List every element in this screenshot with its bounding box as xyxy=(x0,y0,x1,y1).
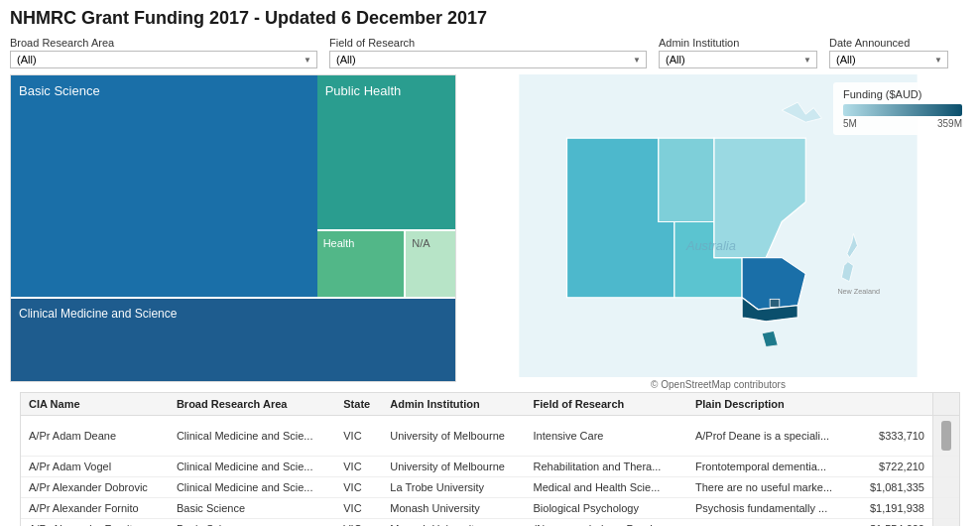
cell-funding: $722,210 xyxy=(855,457,933,477)
cell-funding: $1,554,000 xyxy=(855,519,933,527)
legend-title: Funding ($AUD) xyxy=(843,88,962,100)
col-field: Field of Research xyxy=(526,393,687,416)
cell-field: Biological Psychology xyxy=(526,498,687,519)
map-area: Funding ($AUD) 5M 359M xyxy=(456,74,980,392)
cell-cia-name: A/Pr Alexander Fornito xyxy=(21,498,169,519)
cell-field: (Neuropsychology, Psych... xyxy=(526,519,687,527)
cell-field: Rehabilitation and Thera... xyxy=(526,457,687,477)
date-announced-label: Date Announced xyxy=(829,37,948,49)
broad-research-area-select[interactable]: (All) xyxy=(10,51,317,68)
map-legend: Funding ($AUD) 5M 359M xyxy=(833,82,972,135)
cell-broad-area: Basic Science xyxy=(169,498,335,519)
public-health-label: Public Health xyxy=(325,83,402,98)
cell-description: A/Prof Deane is a speciali... xyxy=(687,416,855,457)
legend-gradient xyxy=(843,104,962,116)
table-body: A/Pr Adam Deane Clinical Medicine and Sc… xyxy=(21,416,959,527)
field-of-research-label: Field of Research xyxy=(329,37,647,49)
broad-research-area-filter: Broad Research Area (All) xyxy=(10,37,317,68)
page-title: NHMRC Grant Funding 2017 - Updated 6 Dec… xyxy=(10,8,970,29)
col-cia-name: CIA Name xyxy=(21,393,169,416)
table-row[interactable]: A/Pr Alexander Dobrovic Clinical Medicin… xyxy=(21,477,959,498)
cell-description: There are no useful marke... xyxy=(687,477,855,498)
cell-cia-name: A/Pr Adam Vogel xyxy=(21,457,169,477)
cell-description: Psychosis fundamentally ... xyxy=(687,498,855,519)
legend-labels: 5M 359M xyxy=(843,118,962,129)
basic-science-label: Basic Science xyxy=(19,83,100,98)
cell-field: Intensive Care xyxy=(526,416,687,457)
date-announced-filter: Date Announced (All) xyxy=(829,37,948,68)
col-institution: Admin Institution xyxy=(382,393,525,416)
page-header: NHMRC Grant Funding 2017 - Updated 6 Dec… xyxy=(0,0,980,33)
admin-institution-select[interactable]: (All) xyxy=(659,51,817,68)
table-row[interactable]: A/Pr Adam Vogel Clinical Medicine and Sc… xyxy=(21,457,959,477)
table-header-row: CIA Name Broad Research Area State Admin… xyxy=(21,393,959,416)
cell-scrollbar xyxy=(933,498,960,519)
cell-state: VIC xyxy=(335,457,382,477)
treemap-na[interactable]: N/A xyxy=(406,231,455,297)
health-label: Health xyxy=(323,237,355,249)
treemap-public-health[interactable]: Public Health xyxy=(317,75,455,231)
cell-institution: Monash University xyxy=(382,519,525,527)
cell-state: VIC xyxy=(335,519,382,527)
cell-field: Medical and Health Scie... xyxy=(526,477,687,498)
clinical-medicine-label: Clinical Medicine and Science xyxy=(19,307,177,321)
cell-institution: University of Melbourne xyxy=(382,457,525,477)
treemap-right-column: Public Health Health N/A xyxy=(317,75,455,297)
broad-research-area-label: Broad Research Area xyxy=(10,37,317,49)
cell-scrollbar xyxy=(933,519,960,527)
map-attribution: © OpenStreetMap contributors xyxy=(456,377,980,392)
col-description: Plain Description xyxy=(687,393,855,416)
treemap-basic-science[interactable]: Basic Science xyxy=(11,75,317,297)
data-table: CIA Name Broad Research Area State Admin… xyxy=(21,393,959,526)
field-of-research-filter: Field of Research (All) xyxy=(329,37,647,68)
date-announced-select[interactable]: (All) xyxy=(829,51,948,68)
cell-funding: $1,081,335 xyxy=(855,477,933,498)
nt-state[interactable] xyxy=(659,138,714,221)
col-state: State xyxy=(335,393,382,416)
cell-funding: $333,710 xyxy=(855,416,933,457)
cell-state: VIC xyxy=(335,498,382,519)
cell-broad-area: Clinical Medicine and Scie... xyxy=(169,416,335,457)
col-broad-area: Broad Research Area xyxy=(169,393,335,416)
col-funding xyxy=(855,393,933,416)
treemap-bottom-row: Clinical Medicine and Science xyxy=(11,297,455,381)
admin-institution-label: Admin Institution xyxy=(659,37,817,49)
cell-funding: $1,191,938 xyxy=(855,498,933,519)
main-content: Basic Science Public Health Health N/A C xyxy=(0,74,980,392)
field-of-research-select[interactable]: (All) xyxy=(329,51,647,68)
data-table-wrapper: CIA Name Broad Research Area State Admin… xyxy=(20,392,960,526)
treemap-health[interactable]: Health xyxy=(317,231,407,297)
table-row[interactable]: A/Pr Alexander Fornito Basic Science VIC… xyxy=(21,498,959,519)
filter-bar: Broad Research Area (All) Field of Resea… xyxy=(0,33,980,74)
cell-institution: La Trobe University xyxy=(382,477,525,498)
cell-scrollbar xyxy=(933,457,960,477)
cell-cia-name: A/Pr Alexander Dobrovic xyxy=(21,477,169,498)
admin-institution-filter: Admin Institution (All) xyxy=(659,37,817,68)
table-row[interactable]: A/Pr Alexander Fornito Basic Science VIC… xyxy=(21,519,959,527)
cell-description xyxy=(687,519,855,527)
table-row[interactable]: A/Pr Adam Deane Clinical Medicine and Sc… xyxy=(21,416,959,457)
cell-broad-area: Clinical Medicine and Scie... xyxy=(169,457,335,477)
treemap: Basic Science Public Health Health N/A C xyxy=(10,74,456,382)
table-section: CIA Name Broad Research Area State Admin… xyxy=(10,392,970,526)
map-container: Funding ($AUD) 5M 359M xyxy=(456,74,980,377)
legend-max: 359M xyxy=(937,118,962,129)
cell-state: VIC xyxy=(335,477,382,498)
cell-cia-name: A/Pr Alexander Fornito xyxy=(21,519,169,527)
australia-label: Australia xyxy=(685,238,736,253)
cell-scrollbar xyxy=(933,477,960,498)
treemap-clinical-medicine[interactable]: Clinical Medicine and Science xyxy=(11,299,455,381)
bottom-section: CIA Name Broad Research Area State Admin… xyxy=(0,392,980,526)
new-zealand-label: New Zealand xyxy=(837,287,880,296)
act-territory[interactable] xyxy=(770,299,780,307)
cell-scrollbar xyxy=(933,416,960,457)
cell-broad-area: Basic Science xyxy=(169,519,335,527)
cell-institution: University of Melbourne xyxy=(382,416,525,457)
cell-institution: Monash University xyxy=(382,498,525,519)
cell-cia-name: A/Pr Adam Deane xyxy=(21,416,169,457)
legend-min: 5M xyxy=(843,118,857,129)
cell-state: VIC xyxy=(335,416,382,457)
treemap-top-row: Basic Science Public Health Health N/A xyxy=(11,75,455,297)
na-label: N/A xyxy=(412,237,429,249)
treemap-bottom-right: Health N/A xyxy=(317,231,455,297)
